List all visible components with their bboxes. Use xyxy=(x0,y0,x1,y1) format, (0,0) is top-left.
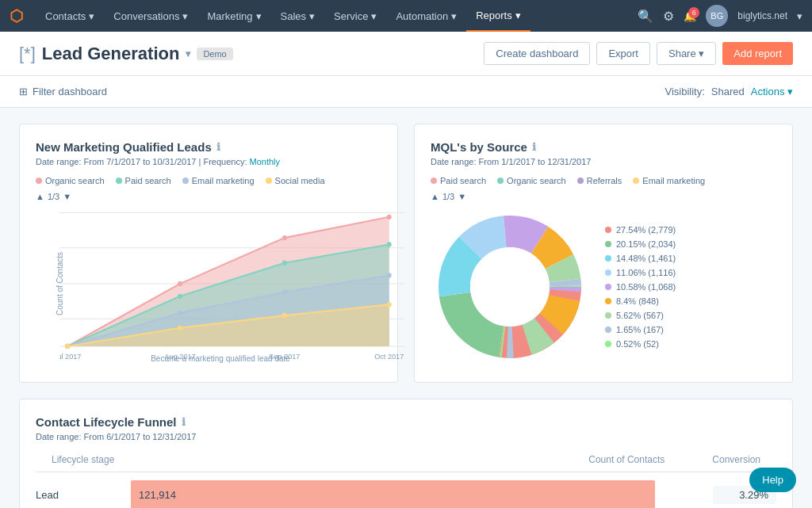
legend-dot-paid xyxy=(116,178,122,184)
filter-right: Visibility: Shared Actions ▾ xyxy=(665,86,793,97)
mql-line-chart-svg: 10k 7.5k 5k 2.5k 0 xyxy=(59,204,405,363)
notifications-icon[interactable]: 🔔 6 xyxy=(684,10,696,22)
funnel-col-stage: Lifecycle stage xyxy=(52,454,114,465)
filter-bar: ⊞ Filter dashboard Visibility: Shared Ac… xyxy=(0,76,812,108)
funnel-bar-value-lead: 121,914 xyxy=(139,489,176,501)
title-prefix: [*] xyxy=(19,44,36,64)
source-legend-organic: Organic search xyxy=(497,176,566,185)
donut-dot-5 xyxy=(605,284,611,290)
funnel-info-icon[interactable]: ℹ xyxy=(182,416,186,428)
mql-chart-legend: Organic search Paid search Email marketi… xyxy=(36,176,381,185)
title-dropdown-icon[interactable]: ▾ xyxy=(186,48,190,59)
donut-legend-item-6: 8.4% (848) xyxy=(605,296,676,306)
source-dot-email xyxy=(633,178,639,184)
mql-source-card: MQL's by Source ℹ Date range: From 1/1/2… xyxy=(414,124,793,383)
source-legend-email: Email marketing xyxy=(633,176,705,185)
funnel-card: Contact Lifecycle Funnel ℹ Date range: F… xyxy=(19,399,793,508)
nav-sales[interactable]: Sales ▾ xyxy=(271,0,325,32)
legend-label-paid: Paid search xyxy=(125,176,171,185)
donut-dot-1 xyxy=(605,227,611,233)
mql-chart-info-icon[interactable]: ℹ xyxy=(216,141,220,153)
donut-dot-4 xyxy=(605,269,611,276)
donut-label-4: 11.06% (1,116) xyxy=(616,268,676,277)
donut-legend: 27.54% (2,779) 20.15% (2,034) 14.48% (1,… xyxy=(605,225,676,349)
mql-source-info-icon[interactable]: ℹ xyxy=(532,141,536,153)
donut-label-7: 5.62% (567) xyxy=(616,311,664,320)
nav-service[interactable]: Service ▾ xyxy=(324,0,386,32)
mql-source-meta: Date range: From 1/1/2017 to 12/31/2017 xyxy=(431,157,776,166)
svg-point-43 xyxy=(470,247,550,327)
funnel-table: Lifecycle stage Count of Contacts Conver… xyxy=(36,454,776,508)
page-up-icon[interactable]: ▲ xyxy=(36,192,44,201)
legend-dot-organic xyxy=(36,178,42,184)
donut-chart-svg xyxy=(431,208,589,366)
svg-point-18 xyxy=(282,261,287,265)
svg-point-26 xyxy=(65,344,70,349)
donut-legend-item-4: 11.06% (1,116) xyxy=(605,268,676,277)
nav-conversations[interactable]: Conversations ▾ xyxy=(104,0,197,32)
filter-grid-icon: ⊞ xyxy=(19,86,28,97)
funnel-bar-lead: 121,914 xyxy=(131,480,655,508)
nav-contacts[interactable]: Contacts ▾ xyxy=(36,0,104,32)
avatar[interactable]: BG xyxy=(706,5,728,27)
legend-paid-search: Paid search xyxy=(116,176,171,185)
search-icon[interactable]: 🔍 xyxy=(638,9,653,24)
source-label-paid: Paid search xyxy=(440,176,486,185)
donut-dot-8 xyxy=(605,327,611,333)
donut-legend-item-5: 10.58% (1,068) xyxy=(605,282,676,292)
donut-legend-item-9: 0.52% (52) xyxy=(605,339,676,349)
source-dot-organic xyxy=(497,178,504,184)
funnel-row-lead: Lead 121,914 3.29% xyxy=(36,472,776,508)
chart-y-label: Count of Contacts xyxy=(56,252,64,315)
source-page-indicator: ▲ 1/3 ▼ xyxy=(431,192,776,201)
add-report-button[interactable]: Add report xyxy=(722,42,793,65)
create-dashboard-button[interactable]: Create dashboard xyxy=(484,42,590,65)
page-down-icon[interactable]: ▼ xyxy=(63,192,71,201)
legend-label-organic: Organic search xyxy=(45,176,105,185)
donut-label-9: 0.52% (52) xyxy=(616,339,659,349)
donut-legend-item-1: 27.54% (2,779) xyxy=(605,225,676,235)
svg-point-24 xyxy=(387,273,392,277)
source-page-up-icon[interactable]: ▲ xyxy=(431,192,439,201)
nav-marketing[interactable]: Marketing ▾ xyxy=(197,0,270,32)
svg-point-22 xyxy=(178,311,182,315)
header-actions: Create dashboard Export Share ▾ Add repo… xyxy=(484,42,793,65)
share-button[interactable]: Share ▾ xyxy=(657,42,716,65)
source-legend-referrals: Referrals xyxy=(577,176,622,185)
donut-dot-9 xyxy=(605,341,611,347)
hubspot-logo[interactable]: ⬡ xyxy=(10,6,23,25)
nav-reports[interactable]: Reports ▾ xyxy=(466,0,530,32)
source-label-organic: Organic search xyxy=(507,176,566,185)
filter-dashboard-btn[interactable]: ⊞ Filter dashboard xyxy=(19,86,107,97)
top-nav: ⬡ Contacts ▾ Conversations ▾ Marketing ▾… xyxy=(0,0,812,32)
funnel-title: Contact Lifecycle Funnel ℹ xyxy=(36,415,776,429)
source-dot-referrals xyxy=(577,178,584,184)
source-page-down-icon[interactable]: ▼ xyxy=(458,192,466,201)
mql-source-title: MQL's by Source ℹ xyxy=(431,140,776,154)
svg-point-29 xyxy=(387,302,392,307)
legend-dot-email xyxy=(182,178,189,184)
help-button[interactable]: Help xyxy=(749,468,796,492)
dashboard-title: Lead Generation xyxy=(42,44,180,64)
actions-btn[interactable]: Actions ▾ xyxy=(751,86,793,97)
svg-point-14 xyxy=(387,215,392,220)
donut-dot-7 xyxy=(605,312,611,319)
funnel-stage-lead: Lead xyxy=(36,489,131,501)
nav-automation[interactable]: Automation ▾ xyxy=(386,0,466,32)
account-dropdown-icon: ▾ xyxy=(797,10,802,22)
settings-icon[interactable]: ⚙ xyxy=(663,9,674,24)
svg-point-13 xyxy=(282,235,287,240)
source-legend-paid: Paid search xyxy=(431,176,486,185)
chart-x-label: Became a marketing qualified lead date xyxy=(59,354,381,363)
svg-point-19 xyxy=(387,242,392,246)
funnel-table-header: Lifecycle stage Count of Contacts Conver… xyxy=(36,454,776,472)
legend-dot-social xyxy=(266,178,272,184)
visibility-label: Visibility: xyxy=(665,86,704,97)
donut-label-6: 8.4% (848) xyxy=(616,296,659,306)
mql-chart-area: 10k 7.5k 5k 2.5k 0 xyxy=(36,204,381,363)
export-button[interactable]: Export xyxy=(596,42,650,65)
account-name[interactable]: biglytics.net xyxy=(737,10,787,21)
donut-dot-3 xyxy=(605,255,611,262)
funnel-col-conversion: Conversion xyxy=(712,454,760,465)
legend-label-social: Social media xyxy=(275,176,325,185)
